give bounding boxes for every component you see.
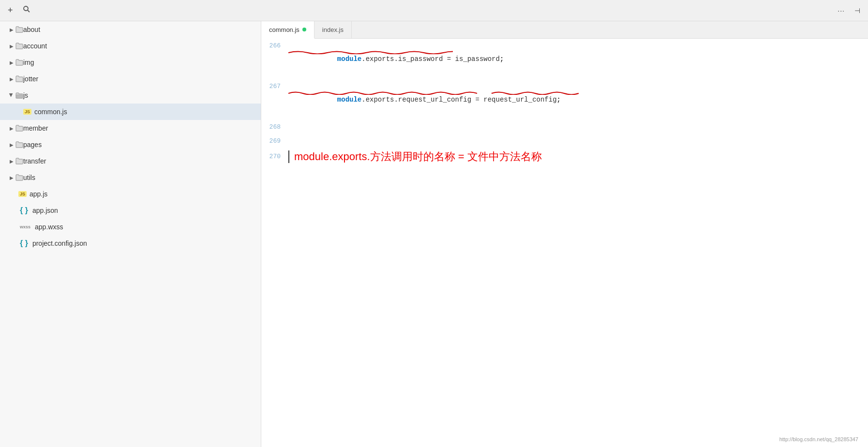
js-badge: JS [23,109,31,115]
more-button[interactable]: ··· [835,5,848,16]
line-num-268: 268 [261,120,288,134]
arrow-icon: ▶ [8,124,15,132]
sidebar-label-js: js [23,91,28,99]
line-content-268 [288,120,868,134]
line-num-266: 266 [261,39,288,53]
tab-index-js[interactable]: index.js [314,21,352,38]
arrow-icon: ▶ [8,59,15,66]
folder-icon [15,174,23,181]
line-num-267: 267 [261,80,288,93]
code-line-267: 267 module.exports.request_url_config = … [261,79,868,120]
code-line-269: 269 [261,134,868,148]
sidebar-label-project-config: project.config.json [32,239,87,247]
sidebar-label-utils: utils [23,174,35,181]
tab-common-js[interactable]: common.js [261,21,314,39]
arrow-icon: ▶ [8,91,15,99]
sidebar-item-img[interactable]: ▶ img [0,54,261,71]
sidebar-label-app-json: app.json [32,207,58,214]
sidebar-item-jotter[interactable]: ▶ jotter [0,71,261,87]
sidebar-item-app-wxss[interactable]: wxss app.wxss [0,219,261,235]
tab-bar: common.js index.js [261,21,868,39]
folder-icon [15,43,23,49]
editor-panel: common.js index.js 266 module.exports.is… [261,21,868,447]
toolbar: + ··· ⊣ [0,0,868,21]
sidebar-label-app-js: app.js [30,190,47,198]
sidebar-label-transfer: transfer [23,157,46,165]
sidebar-label-app-wxss: app.wxss [35,223,63,231]
watermark: http://blog.csdn.net/qq_28285347 [779,436,858,442]
folder-icon [15,75,23,82]
sidebar-label-jotter: jotter [23,75,38,83]
tab-label-common-js: common.js [269,26,299,33]
file-explorer: ▶ about ▶ account ▶ img ▶ [0,21,261,447]
folder-icon [15,141,23,148]
line-content-266: module.exports.is_password = is_password… [288,39,868,79]
sidebar-label-account: account [23,42,47,50]
arrow-icon: ▶ [8,26,15,33]
arrow-icon: ▶ [8,42,15,50]
sidebar-item-utils[interactable]: ▶ utils [0,169,261,186]
sidebar-label-img: img [23,59,34,66]
folder-open-icon [15,92,23,99]
sidebar-item-project-config[interactable]: { } project.config.json [0,235,261,252]
folder-icon [15,158,23,164]
folder-icon [15,125,23,132]
tab-label-index-js: index.js [322,26,344,33]
sidebar-item-app-js[interactable]: JS app.js [0,186,261,202]
json-badge: { } [18,206,30,215]
line-num-270: 270 [261,150,288,164]
code-line-268: 268 [261,120,868,134]
annotation-text: module.exports.方法调用时的名称 = 文件中方法名称 [294,150,542,164]
json-badge: { } [18,238,30,248]
main-layout: ▶ about ▶ account ▶ img ▶ [0,21,868,447]
sidebar-item-common-js[interactable]: JS common.js [0,104,261,120]
sidebar-item-js[interactable]: ▶ js [0,87,261,104]
search-button[interactable] [20,3,33,17]
sidebar-label-pages: pages [23,141,42,149]
sidebar-item-app-json[interactable]: { } app.json [0,202,261,219]
sidebar-item-account[interactable]: ▶ account [0,38,261,54]
sidebar-label-member: member [23,124,48,132]
line-content-267: module.exports.request_url_config = requ… [288,79,868,120]
arrow-icon: ▶ [8,157,15,165]
add-button[interactable]: + [5,3,16,17]
text-cursor [288,150,289,163]
sidebar-label-common-js: common.js [34,108,67,116]
sidebar-item-pages[interactable]: ▶ pages [0,136,261,153]
arrow-icon: ▶ [8,174,15,181]
code-editor[interactable]: 266 module.exports.is_password = is_pass… [261,39,868,447]
arrow-icon: ▶ [8,75,15,83]
sidebar-item-member[interactable]: ▶ member [0,120,261,136]
line-content-269 [288,134,868,148]
folder-icon [15,59,23,66]
line-content-270: module.exports.方法调用时的名称 = 文件中方法名称 [288,150,868,164]
js-badge: JS [18,191,27,197]
svg-line-1 [28,10,30,12]
line-num-269: 269 [261,134,288,148]
arrow-icon: ▶ [8,141,15,149]
panel-toggle-button[interactable]: ⊣ [852,5,863,16]
code-line-270: 270 module.exports.方法调用时的名称 = 文件中方法名称 [261,148,868,165]
sidebar-label-about: about [23,26,40,33]
folder-icon [15,26,23,33]
sidebar-item-transfer[interactable]: ▶ transfer [0,153,261,169]
sidebar-item-about[interactable]: ▶ about [0,21,261,38]
modified-indicator [302,28,306,31]
wxss-badge: wxss [18,224,32,230]
svg-point-0 [24,6,28,11]
code-area: 266 module.exports.is_password = is_pass… [261,39,868,447]
code-line-266: 266 module.exports.is_password = is_pass… [261,39,868,79]
